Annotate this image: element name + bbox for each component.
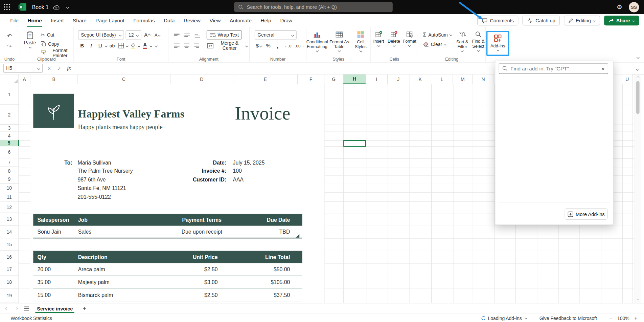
feedback-button[interactable]: Give Feedback to Microsoft: [539, 316, 597, 321]
row-header-9[interactable]: 9: [0, 175, 19, 184]
column-header-k[interactable]: K: [410, 74, 431, 84]
row-header-7[interactable]: 7: [0, 158, 19, 167]
font-color-options-chevron[interactable]: [150, 44, 153, 47]
font-name-select[interactable]: Segoe UI (Body): [78, 30, 124, 40]
accounting-format-button[interactable]: $: [255, 41, 263, 50]
align-center-button[interactable]: [182, 41, 190, 50]
font-color-button[interactable]: A: [141, 41, 149, 50]
expand-formula-bar-button[interactable]: [636, 65, 641, 71]
row-header-5[interactable]: 5: [0, 140, 19, 146]
sales-table-data-row[interactable]: Sonu Jain Sales Due upon receipt TBD: [33, 226, 302, 239]
format-cells-button[interactable]: Format: [402, 29, 417, 46]
menu-tab-formulas[interactable]: Formulas: [129, 14, 159, 27]
row-header-12[interactable]: 12: [0, 201, 19, 213]
column-header-f[interactable]: F: [298, 74, 324, 84]
formula-cancel-button[interactable]: ×: [46, 65, 52, 71]
selected-cell-h5[interactable]: [343, 140, 366, 147]
share-button[interactable]: Share: [604, 16, 639, 25]
fill-color-button[interactable]: [129, 41, 137, 50]
editing-mode-button[interactable]: Editing: [564, 16, 600, 25]
strikethrough-button[interactable]: ab: [108, 41, 116, 50]
align-bottom-button[interactable]: [193, 30, 202, 40]
all-sheets-icon[interactable]: [22, 304, 30, 313]
redo-button[interactable]: ↷: [5, 42, 14, 51]
vertical-scrollbar[interactable]: [635, 74, 641, 303]
top-search-input[interactable]: Search for tools, help, and more (Alt + …: [234, 2, 393, 12]
cut-button[interactable]: ✂ Cut: [39, 30, 74, 39]
comma-style-button[interactable]: ,: [274, 41, 282, 50]
item-row[interactable]: 35.00 Majesty palm $3.00 $105.00: [33, 276, 302, 289]
column-header-h[interactable]: H: [343, 74, 366, 84]
zoom-level-button[interactable]: 100%: [617, 316, 629, 321]
close-icon[interactable]: ×: [601, 66, 604, 71]
row-header-1[interactable]: 1: [0, 84, 19, 105]
row-header-3[interactable]: 3: [0, 125, 19, 132]
row-header-4[interactable]: 4: [0, 132, 19, 141]
row-header-13[interactable]: 13: [0, 213, 19, 226]
row-header-10[interactable]: 10: [0, 184, 19, 193]
cell-styles-button[interactable]: Cell Styles: [351, 29, 370, 52]
paste-button[interactable]: Paste: [23, 29, 38, 48]
menu-tab-automate[interactable]: Automate: [225, 14, 256, 27]
menu-tab-data[interactable]: Data: [159, 14, 179, 27]
percent-style-button[interactable]: %: [264, 41, 272, 50]
scroll-up-icon[interactable]: [637, 76, 640, 79]
item-row[interactable]: 20.00 Areca palm $2.50 $50.00: [33, 263, 302, 276]
catch-up-button[interactable]: Catch up: [522, 16, 560, 25]
clear-button[interactable]: Clear: [421, 40, 454, 49]
italic-button[interactable]: I: [87, 41, 95, 50]
sort-filter-button[interactable]: Sort & Filter: [455, 29, 469, 52]
borders-options-chevron[interactable]: [126, 44, 129, 47]
menu-tab-review[interactable]: Review: [179, 14, 205, 27]
align-left-button[interactable]: [172, 41, 181, 50]
vertical-scrollbar-thumb[interactable]: [636, 81, 640, 114]
bold-button[interactable]: B: [78, 41, 86, 50]
sheet-tab-service-invoice[interactable]: Service invoice: [32, 303, 78, 314]
avatar[interactable]: SS: [629, 2, 639, 12]
format-painter-button[interactable]: Format Painter: [39, 48, 74, 57]
app-launcher-icon[interactable]: [3, 3, 11, 11]
collapse-ribbon-button[interactable]: [637, 53, 639, 60]
font-size-select[interactable]: 12: [126, 30, 141, 40]
align-top-button[interactable]: [172, 30, 181, 40]
align-right-button[interactable]: [192, 41, 200, 50]
workbook-title[interactable]: Book 1: [32, 4, 49, 10]
row-header-15[interactable]: 15: [0, 238, 19, 251]
select-all-corner[interactable]: [0, 74, 19, 84]
menu-tab-insert[interactable]: Insert: [46, 14, 68, 27]
wrap-text-button[interactable]: Wrap Text: [207, 30, 242, 40]
add-sheet-button[interactable]: +: [79, 305, 90, 312]
row-header-16[interactable]: 16: [0, 251, 19, 263]
column-header-n[interactable]: N: [473, 74, 494, 84]
conditional-formatting-button[interactable]: Conditional Formatting: [306, 29, 328, 52]
table-resize-handle[interactable]: [296, 234, 299, 238]
loading-addins-button[interactable]: Loading Add-ins: [481, 316, 527, 321]
column-header-c[interactable]: C: [78, 74, 170, 84]
insert-cells-button[interactable]: Insert: [371, 29, 386, 46]
borders-button[interactable]: [117, 41, 125, 50]
column-header-u[interactable]: U: [622, 74, 632, 84]
menu-tab-draw[interactable]: Draw: [276, 14, 297, 27]
delete-cells-button[interactable]: Delete: [387, 29, 401, 46]
column-header-a[interactable]: A: [19, 74, 30, 84]
row-header-19[interactable]: 19: [0, 288, 19, 303]
autosum-button[interactable]: Σ AutoSum: [421, 30, 454, 39]
number-format-select[interactable]: General: [255, 30, 297, 40]
increase-decimal-button[interactable]: ←.0: [283, 41, 293, 50]
column-header-j[interactable]: J: [388, 74, 409, 84]
cloud-saved-icon[interactable]: [53, 4, 60, 10]
menu-tab-file[interactable]: File: [6, 14, 23, 27]
format-as-table-button[interactable]: Format As Table: [328, 29, 350, 52]
name-box[interactable]: H5: [3, 64, 43, 73]
font-more-options-chevron[interactable]: [155, 44, 158, 47]
decrease-decimal-button[interactable]: .00→: [294, 41, 306, 50]
menu-tab-view[interactable]: View: [205, 14, 225, 27]
row-header-2[interactable]: 2: [0, 105, 19, 125]
workbook-statistics-button[interactable]: Workbook Statistics: [11, 316, 52, 321]
column-header-b[interactable]: B: [30, 74, 78, 84]
fx-button[interactable]: fx: [66, 65, 72, 71]
item-row[interactable]: 15.00 Bismarck palm $2.50 $37.50: [33, 288, 302, 301]
zoom-in-button[interactable]: +: [634, 315, 637, 321]
more-addins-button[interactable]: More Add-ins: [565, 209, 607, 220]
column-header-m[interactable]: M: [453, 74, 473, 84]
